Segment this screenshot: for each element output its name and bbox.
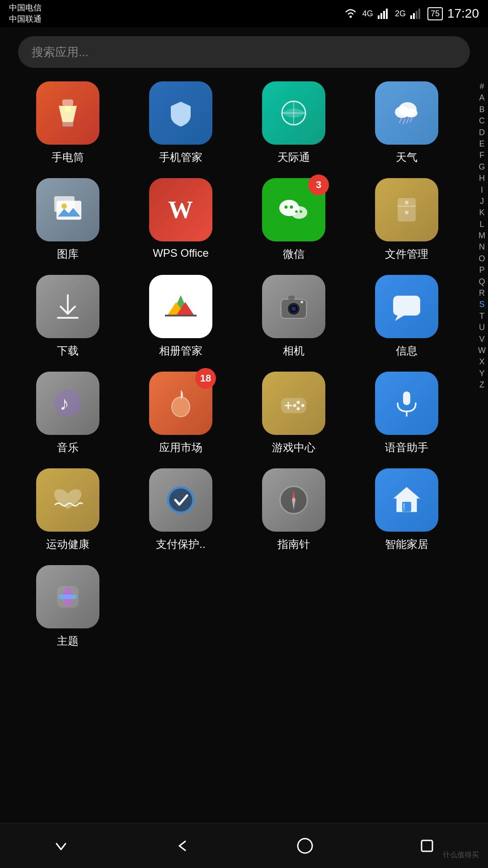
app-label-album: 相册管家 [159, 344, 202, 358]
app-item-wechat[interactable]: 3微信 [239, 178, 348, 261]
app-item-theme[interactable]: 主题 [14, 565, 122, 648]
app-item-compass[interactable]: 指南针 [239, 468, 348, 552]
app-label-weather: 天气 [396, 150, 418, 165]
app-label-health: 运动健康 [46, 537, 89, 552]
app-item-file[interactable]: 文件管理 [352, 178, 461, 261]
app-grid-container: #ABCDEFGHIJKLMNOPQRSTUVWXYZ 手电筒手机管家天际通天气… [0, 77, 488, 653]
app-item-smarthome[interactable]: 智能家居 [352, 468, 461, 552]
carrier1: 中国电信 [9, 2, 42, 14]
app-item-camera[interactable]: 相机 [239, 275, 348, 358]
app-item-download[interactable]: 下载 [14, 275, 122, 358]
nav-bar: 什么值得买 [0, 823, 488, 868]
alpha-letter-Q[interactable]: Q [479, 277, 485, 287]
alpha-letter-G[interactable]: G [479, 162, 485, 172]
svg-point-48 [300, 301, 303, 303]
badge-appmarket: 18 [195, 368, 216, 389]
app-icon-wrap-smarthome [375, 468, 438, 532]
app-icon-payguard [149, 468, 212, 532]
alpha-letter-U[interactable]: U [479, 322, 485, 333]
svg-rect-9 [62, 99, 73, 106]
app-item-phone-manager[interactable]: 手机管家 [127, 81, 235, 165]
app-item-flashlight[interactable]: 手电筒 [14, 81, 122, 165]
svg-rect-47 [288, 296, 295, 300]
alpha-letter-P[interactable]: P [479, 265, 484, 275]
alpha-letter-E[interactable]: E [479, 139, 484, 149]
app-item-wps[interactable]: WWPS Office [127, 178, 235, 261]
alpha-letter-K[interactable]: K [479, 208, 484, 218]
svg-point-32 [300, 210, 302, 213]
app-item-gallery[interactable]: 图库 [14, 178, 122, 261]
app-icon-theme [36, 565, 99, 628]
app-item-game[interactable]: 游戏中心 [239, 372, 348, 455]
alpha-index[interactable]: #ABCDEFGHIJKLMNOPQRSTUVWXYZ [478, 77, 486, 395]
app-item-music[interactable]: ♪音乐 [14, 372, 122, 455]
app-icon-wrap-health [36, 468, 99, 532]
alpha-letter-W[interactable]: W [478, 345, 486, 356]
app-icon-smarthome [375, 468, 438, 532]
svg-rect-2 [380, 13, 382, 19]
app-label-messages: 信息 [396, 344, 418, 358]
app-icon-tianjitong [262, 81, 325, 145]
alpha-letter-T[interactable]: T [479, 311, 484, 321]
alpha-letter-A[interactable]: A [479, 93, 484, 103]
alpha-letter-O[interactable]: O [479, 254, 485, 264]
alpha-letter-S[interactable]: S [479, 299, 484, 310]
app-icon-wrap-appmarket: 18 [149, 372, 212, 435]
app-item-tianjitong[interactable]: 天际通 [239, 81, 348, 165]
app-label-flashlight: 手电筒 [52, 150, 84, 165]
app-item-messages[interactable]: 信息 [352, 275, 461, 358]
app-icon-wrap-phone-manager [149, 81, 212, 145]
svg-point-35 [405, 201, 408, 204]
alpha-letter-Z[interactable]: Z [479, 380, 484, 390]
alpha-letter-Y[interactable]: Y [479, 368, 484, 379]
app-label-smarthome: 智能家居 [385, 537, 428, 552]
alpha-letter-R[interactable]: R [479, 288, 485, 298]
alpha-letter-F[interactable]: F [479, 150, 484, 160]
alpha-letter-J[interactable]: J [480, 196, 484, 207]
app-icon-wrap-tianjitong [262, 81, 325, 145]
alpha-letter-D[interactable]: D [479, 127, 485, 138]
svg-point-31 [295, 210, 298, 213]
app-label-file: 文件管理 [385, 247, 428, 261]
app-label-gallery: 图库 [57, 247, 79, 261]
alpha-letter-C[interactable]: C [479, 116, 485, 126]
svg-rect-6 [413, 13, 415, 19]
app-label-tianjitong: 天际通 [277, 150, 310, 165]
app-icon-wrap-album [149, 275, 212, 338]
alpha-letter-V[interactable]: V [479, 334, 484, 344]
app-icon-voice [375, 372, 438, 435]
app-label-phone-manager: 手机管家 [159, 150, 202, 165]
nav-down-button[interactable] [47, 832, 75, 859]
alpha-letter-B[interactable]: B [479, 104, 484, 115]
app-icon-wrap-wechat: 3 [262, 178, 325, 241]
nav-back-button[interactable] [169, 832, 197, 859]
app-item-album[interactable]: 相册管家 [127, 275, 235, 358]
app-item-payguard[interactable]: 支付保护.. [127, 468, 235, 552]
app-label-music: 音乐 [57, 440, 79, 455]
svg-rect-5 [410, 15, 412, 19]
app-icon-download [36, 275, 99, 338]
alpha-letter-N[interactable]: N [479, 242, 485, 252]
app-item-health[interactable]: 运动健康 [14, 468, 122, 552]
app-item-voice[interactable]: 语音助手 [352, 372, 461, 455]
alpha-letter-#[interactable]: # [479, 81, 484, 92]
svg-point-30 [291, 206, 307, 219]
svg-line-20 [403, 119, 405, 124]
nav-recent-button[interactable] [413, 832, 441, 859]
svg-rect-3 [383, 11, 385, 19]
alpha-letter-H[interactable]: H [479, 173, 485, 184]
app-item-weather[interactable]: 天气 [352, 81, 461, 165]
alpha-letter-M[interactable]: M [479, 231, 485, 241]
svg-rect-49 [393, 296, 420, 316]
alpha-letter-X[interactable]: X [479, 357, 484, 367]
alpha-letter-L[interactable]: L [479, 219, 484, 230]
app-item-appmarket[interactable]: 18应用市场 [127, 372, 235, 455]
svg-point-74 [298, 839, 312, 853]
search-bar[interactable]: 搜索应用... [18, 36, 470, 68]
alpha-letter-I[interactable]: I [481, 185, 483, 195]
nav-home-button[interactable] [291, 832, 319, 859]
svg-rect-24 [56, 201, 81, 220]
app-icon-gallery [36, 178, 99, 241]
app-icon-wrap-wps: W [149, 178, 212, 241]
recent-icon [418, 837, 436, 855]
